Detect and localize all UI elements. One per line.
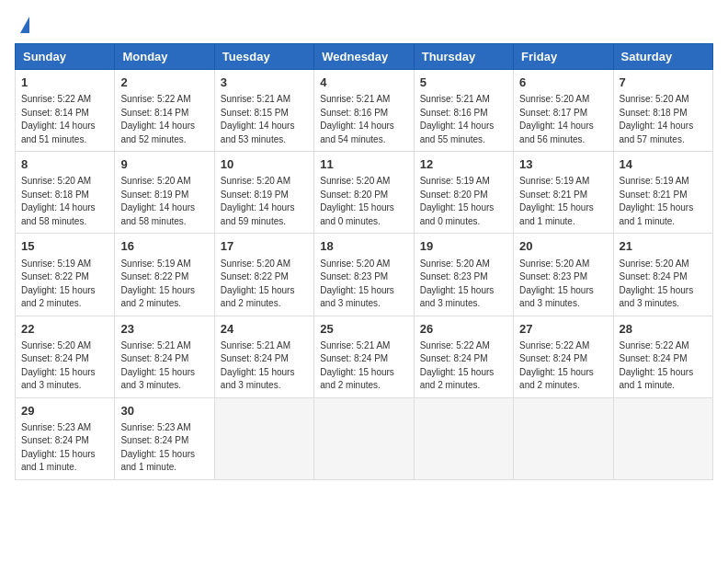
day-info: Sunrise: 5:20 AMSunset: 8:23 PMDaylight:… (519, 258, 607, 311)
calendar-cell (414, 397, 513, 479)
day-info: Sunrise: 5:20 AMSunset: 8:17 PMDaylight:… (519, 93, 607, 146)
calendar-cell: 27Sunrise: 5:22 AMSunset: 8:24 PMDayligh… (514, 316, 613, 397)
day-info: Sunrise: 5:23 AMSunset: 8:24 PMDaylight:… (120, 421, 208, 475)
calendar-cell: 10Sunrise: 5:20 AMSunset: 8:19 PMDayligh… (214, 152, 313, 234)
calendar-cell: 13Sunrise: 5:19 AMSunset: 8:21 PMDayligh… (514, 152, 613, 234)
calendar-cell (514, 397, 613, 479)
day-number: 20 (519, 238, 607, 255)
day-number: 18 (320, 238, 407, 255)
calendar-cell: 8Sunrise: 5:20 AMSunset: 8:18 PMDaylight… (16, 152, 115, 234)
day-info: Sunrise: 5:20 AMSunset: 8:24 PMDaylight:… (21, 339, 108, 393)
day-info: Sunrise: 5:20 AMSunset: 8:20 PMDaylight:… (320, 175, 407, 228)
day-info: Sunrise: 5:20 AMSunset: 8:19 PMDaylight:… (120, 175, 208, 228)
calendar-week-2: 8Sunrise: 5:20 AMSunset: 8:18 PMDaylight… (16, 152, 713, 234)
calendar-cell: 20Sunrise: 5:20 AMSunset: 8:23 PMDayligh… (514, 234, 613, 316)
calendar-cell: 19Sunrise: 5:20 AMSunset: 8:23 PMDayligh… (414, 234, 513, 316)
day-info: Sunrise: 5:21 AMSunset: 8:16 PMDaylight:… (320, 93, 407, 146)
calendar-cell: 4Sunrise: 5:21 AMSunset: 8:16 PMDaylight… (314, 70, 414, 152)
day-number: 2 (120, 75, 208, 91)
day-info: Sunrise: 5:21 AMSunset: 8:24 PMDaylight:… (120, 339, 208, 393)
day-info: Sunrise: 5:20 AMSunset: 8:23 PMDaylight:… (420, 258, 507, 311)
calendar-cell: 22Sunrise: 5:20 AMSunset: 8:24 PMDayligh… (16, 316, 115, 397)
day-number: 14 (620, 156, 707, 173)
day-number: 7 (620, 75, 707, 91)
day-number: 27 (519, 321, 607, 338)
column-header-wednesday: Wednesday (314, 44, 414, 70)
calendar-header-row: SundayMondayTuesdayWednesdayThursdayFrid… (16, 44, 713, 70)
column-header-saturday: Saturday (613, 44, 712, 70)
calendar-cell (613, 397, 712, 479)
day-number: 17 (221, 238, 308, 255)
calendar-cell: 30Sunrise: 5:23 AMSunset: 8:24 PMDayligh… (115, 397, 214, 479)
calendar-week-1: 1Sunrise: 5:22 AMSunset: 8:14 PMDaylight… (16, 70, 713, 152)
calendar-cell: 14Sunrise: 5:19 AMSunset: 8:21 PMDayligh… (613, 152, 712, 234)
calendar-cell: 26Sunrise: 5:22 AMSunset: 8:24 PMDayligh… (414, 316, 513, 397)
day-number: 23 (120, 321, 208, 338)
calendar-cell: 21Sunrise: 5:20 AMSunset: 8:24 PMDayligh… (613, 234, 712, 316)
calendar-cell: 2Sunrise: 5:22 AMSunset: 8:14 PMDaylight… (115, 70, 214, 152)
day-number: 4 (320, 75, 407, 91)
calendar-cell: 15Sunrise: 5:19 AMSunset: 8:22 PMDayligh… (16, 234, 115, 316)
day-info: Sunrise: 5:22 AMSunset: 8:24 PMDaylight:… (519, 339, 607, 393)
day-info: Sunrise: 5:20 AMSunset: 8:24 PMDaylight:… (620, 258, 707, 311)
day-number: 1 (21, 75, 108, 91)
day-info: Sunrise: 5:21 AMSunset: 8:15 PMDaylight:… (221, 93, 308, 146)
column-header-friday: Friday (514, 44, 613, 70)
column-header-tuesday: Tuesday (214, 44, 313, 70)
day-number: 11 (320, 156, 407, 173)
calendar-week-4: 22Sunrise: 5:20 AMSunset: 8:24 PMDayligh… (16, 316, 713, 397)
day-number: 3 (221, 75, 308, 91)
day-info: Sunrise: 5:21 AMSunset: 8:24 PMDaylight:… (221, 339, 308, 393)
day-number: 19 (420, 238, 507, 255)
day-info: Sunrise: 5:19 AMSunset: 8:21 PMDaylight:… (620, 175, 707, 228)
day-number: 29 (21, 403, 108, 419)
day-info: Sunrise: 5:21 AMSunset: 8:24 PMDaylight:… (320, 339, 407, 393)
day-info: Sunrise: 5:22 AMSunset: 8:24 PMDaylight:… (620, 339, 707, 393)
calendar-cell: 5Sunrise: 5:21 AMSunset: 8:16 PMDaylight… (414, 70, 513, 152)
calendar-cell (314, 397, 414, 479)
day-info: Sunrise: 5:19 AMSunset: 8:20 PMDaylight:… (420, 175, 507, 228)
day-info: Sunrise: 5:19 AMSunset: 8:22 PMDaylight:… (21, 258, 108, 311)
day-info: Sunrise: 5:23 AMSunset: 8:24 PMDaylight:… (21, 421, 108, 475)
column-header-thursday: Thursday (414, 44, 513, 70)
day-number: 30 (120, 403, 208, 419)
day-number: 9 (120, 156, 208, 173)
logo (15, 15, 29, 34)
day-info: Sunrise: 5:22 AMSunset: 8:14 PMDaylight:… (21, 93, 108, 146)
calendar-cell: 17Sunrise: 5:20 AMSunset: 8:22 PMDayligh… (214, 234, 313, 316)
day-number: 15 (21, 238, 108, 255)
day-info: Sunrise: 5:19 AMSunset: 8:21 PMDaylight:… (519, 175, 607, 228)
calendar-cell: 16Sunrise: 5:19 AMSunset: 8:22 PMDayligh… (115, 234, 214, 316)
day-info: Sunrise: 5:21 AMSunset: 8:16 PMDaylight:… (420, 93, 507, 146)
calendar-cell: 12Sunrise: 5:19 AMSunset: 8:20 PMDayligh… (414, 152, 513, 234)
day-number: 13 (519, 156, 607, 173)
day-info: Sunrise: 5:20 AMSunset: 8:23 PMDaylight:… (320, 258, 407, 311)
day-info: Sunrise: 5:20 AMSunset: 8:22 PMDaylight:… (221, 258, 308, 311)
logo-triangle-icon (20, 17, 29, 33)
calendar-week-5: 29Sunrise: 5:23 AMSunset: 8:24 PMDayligh… (16, 397, 713, 479)
day-number: 21 (620, 238, 707, 255)
calendar-cell: 24Sunrise: 5:21 AMSunset: 8:24 PMDayligh… (214, 316, 313, 397)
calendar-cell: 29Sunrise: 5:23 AMSunset: 8:24 PMDayligh… (16, 397, 115, 479)
day-number: 16 (120, 238, 208, 255)
day-number: 28 (620, 321, 707, 338)
calendar-cell: 1Sunrise: 5:22 AMSunset: 8:14 PMDaylight… (16, 70, 115, 152)
calendar-cell: 7Sunrise: 5:20 AMSunset: 8:18 PMDaylight… (613, 70, 712, 152)
calendar-cell: 6Sunrise: 5:20 AMSunset: 8:17 PMDaylight… (514, 70, 613, 152)
calendar-cell: 3Sunrise: 5:21 AMSunset: 8:15 PMDaylight… (214, 70, 313, 152)
calendar-cell: 9Sunrise: 5:20 AMSunset: 8:19 PMDaylight… (115, 152, 214, 234)
calendar-cell: 11Sunrise: 5:20 AMSunset: 8:20 PMDayligh… (314, 152, 414, 234)
day-number: 6 (519, 75, 607, 91)
calendar-cell: 28Sunrise: 5:22 AMSunset: 8:24 PMDayligh… (613, 316, 712, 397)
calendar-cell: 23Sunrise: 5:21 AMSunset: 8:24 PMDayligh… (115, 316, 214, 397)
day-number: 26 (420, 321, 507, 338)
day-number: 8 (21, 156, 108, 173)
day-info: Sunrise: 5:19 AMSunset: 8:22 PMDaylight:… (120, 258, 208, 311)
day-number: 5 (420, 75, 507, 91)
day-info: Sunrise: 5:22 AMSunset: 8:24 PMDaylight:… (420, 339, 507, 393)
calendar-table: SundayMondayTuesdayWednesdayThursdayFrid… (15, 43, 713, 480)
day-number: 12 (420, 156, 507, 173)
column-header-monday: Monday (115, 44, 214, 70)
calendar-week-3: 15Sunrise: 5:19 AMSunset: 8:22 PMDayligh… (16, 234, 713, 316)
day-number: 10 (221, 156, 308, 173)
